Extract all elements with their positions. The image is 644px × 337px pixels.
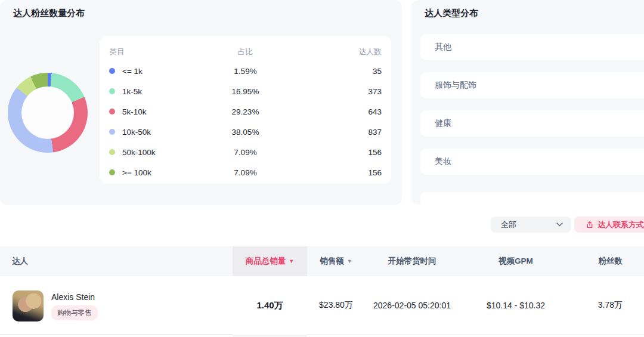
- legend-dot-icon: [109, 109, 115, 115]
- legend-count: 35: [278, 67, 382, 76]
- type-label: 服饰与配饰: [435, 80, 476, 91]
- column-header-start-time: 开始带货时间: [365, 246, 459, 276]
- legend-label: 5k-10k: [122, 107, 147, 116]
- row-divider: [0, 334, 233, 335]
- legend-percent: 16.95%: [213, 87, 278, 96]
- type-distribution-panel: 达人类型分布 其他 服饰与配饰 健康 美妆: [411, 0, 644, 205]
- legend-count: 643: [278, 107, 382, 116]
- export-icon: [586, 221, 593, 229]
- sort-desc-icon: ▼: [289, 259, 294, 264]
- cell-video-gpm: $10.14 - $10.32: [459, 276, 572, 335]
- donut-hole: [21, 86, 74, 139]
- type-label: 美妆: [435, 156, 451, 167]
- cell-sales-amount: $23.80万: [307, 276, 365, 335]
- legend-dot-icon: [109, 88, 115, 94]
- column-header-total-sales[interactable]: 商品总销量 ▼: [233, 246, 307, 276]
- legend-label: 50k-100k: [122, 148, 156, 157]
- chevron-down-icon: [556, 222, 563, 227]
- type-row-beauty[interactable]: 美妆: [420, 149, 644, 175]
- legend-count: 156: [278, 168, 382, 177]
- legend-label: >= 100k: [122, 168, 151, 177]
- filter-dropdown-value: 全部: [501, 219, 556, 230]
- legend-label: 10k-50k: [122, 128, 151, 137]
- cell-total-sales: 1.40万: [233, 276, 307, 335]
- legend-dot-icon: [109, 149, 115, 155]
- column-header-influencer: 达人: [12, 246, 28, 276]
- type-panel-title: 达人类型分布: [425, 8, 478, 19]
- influencer-avatar[interactable]: [13, 290, 44, 321]
- influencer-name[interactable]: Alexis Stein: [51, 292, 95, 302]
- legend-header-count: 达人数: [278, 47, 382, 57]
- legend-header-category: 类目: [109, 47, 213, 57]
- contact-export-button[interactable]: 达人联系方式: [574, 217, 644, 233]
- legend-percent: 38.05%: [213, 128, 278, 137]
- type-label: 健康: [435, 118, 451, 129]
- type-row-apparel[interactable]: 服饰与配饰: [420, 72, 644, 98]
- legend-dot-icon: [109, 129, 115, 135]
- follower-distribution-panel: 达人粉丝数量分布 类目 占比 达人数 <= 1k 1.59% 35 1k-5k …: [0, 0, 402, 205]
- legend-count: 373: [278, 87, 382, 96]
- type-row-partial[interactable]: [420, 192, 644, 218]
- column-header-sales-amount[interactable]: 销售额 ▼: [307, 246, 365, 276]
- type-row-health[interactable]: 健康: [420, 110, 644, 137]
- legend-label: <= 1k: [122, 67, 143, 76]
- legend-count: 156: [278, 148, 382, 157]
- legend-row: 10k-50k 38.05% 837: [109, 122, 382, 142]
- follower-panel-title: 达人粉丝数量分布: [13, 8, 85, 19]
- row-divider: [307, 334, 644, 335]
- sort-desc-icon: ▼: [347, 259, 352, 264]
- legend-percent: 7.09%: [213, 168, 278, 177]
- legend-row: <= 1k 1.59% 35: [109, 61, 382, 81]
- follower-donut-chart[interactable]: [8, 73, 88, 153]
- legend-percent: 7.09%: [213, 148, 278, 157]
- table-row[interactable]: Alexis Stein 购物与零售 1.40万 $23.80万 2026-02…: [0, 276, 644, 335]
- type-row-other[interactable]: 其他: [420, 34, 644, 60]
- cell-start-time: 2026-02-05 05:20:01: [365, 276, 459, 335]
- type-label: 其他: [435, 42, 451, 52]
- column-header-followers: 粉丝数: [572, 246, 644, 276]
- legend-row: 1k-5k 16.95% 373: [109, 81, 382, 101]
- legend-row: 50k-100k 7.09% 156: [109, 142, 382, 162]
- legend-header-percent: 占比: [213, 47, 278, 57]
- legend-label: 1k-5k: [122, 87, 142, 96]
- cell-followers: 3.78万: [572, 276, 644, 335]
- legend-percent: 29.23%: [213, 107, 278, 116]
- column-header-video-gpm: 视频GPM: [459, 246, 572, 276]
- contact-export-label: 达人联系方式: [597, 219, 644, 230]
- legend-percent: 1.59%: [213, 67, 278, 76]
- legend-row: >= 100k 7.09% 156: [109, 162, 382, 183]
- follower-legend-card: 类目 占比 达人数 <= 1k 1.59% 35 1k-5k 16.95% 37…: [100, 36, 391, 184]
- influencer-category-badge: 购物与零售: [51, 305, 98, 320]
- legend-header-row: 类目 占比 达人数: [109, 43, 382, 61]
- filter-dropdown[interactable]: 全部: [491, 217, 571, 233]
- legend-dot-icon: [109, 68, 115, 74]
- legend-row: 5k-10k 29.23% 643: [109, 101, 382, 122]
- legend-count: 837: [278, 128, 382, 137]
- legend-dot-icon: [109, 169, 115, 175]
